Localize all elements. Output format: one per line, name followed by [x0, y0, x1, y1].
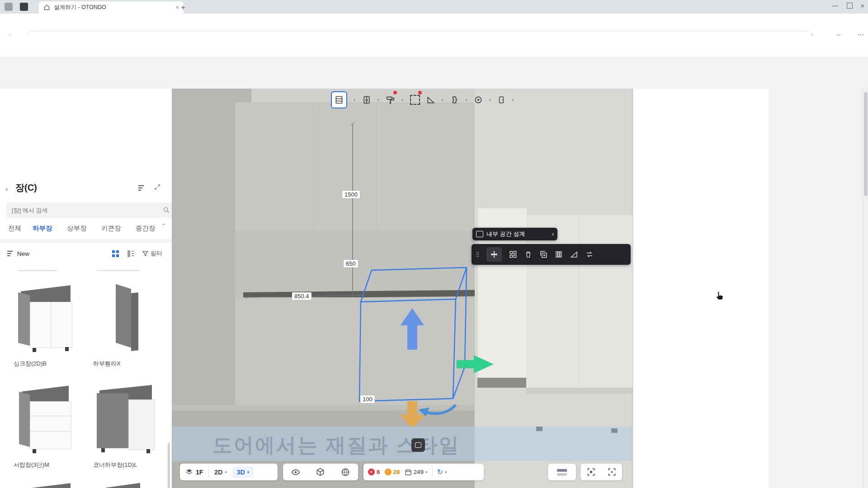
otondo-design-app: 설계하기 - OTONDO × + — × ↻ https://otondo.c… — [0, 0, 868, 488]
wardrobe-tool[interactable] — [362, 92, 371, 108]
addon-tool[interactable] — [450, 92, 459, 108]
inner-space-icon — [476, 231, 483, 237]
globe-icon[interactable] — [341, 468, 350, 477]
move-icon — [490, 250, 498, 258]
dim-toe: 100 — [360, 395, 375, 403]
tab-groups-icon[interactable] — [20, 3, 28, 11]
view-mode-group: 1F 2D▾ 3D▾ — [180, 464, 278, 480]
warning-icon: ! — [385, 469, 392, 475]
sort-settings-icon[interactable] — [138, 185, 146, 191]
target-tool[interactable] — [474, 92, 483, 108]
mode-2d-button[interactable]: 2D▾ — [209, 469, 232, 476]
app-header: OTONDO 프로젝트 관리 Design ID : 3FO3JPBRY3UK … — [0, 35, 868, 57]
tab-tall-cabinet[interactable]: 키큰장 — [101, 224, 121, 233]
chevron-right-icon: › — [552, 231, 554, 237]
collapse-panel-icon[interactable] — [154, 183, 161, 191]
main-toolband: 부엌 및 바스▾ ▾ 파일 저장 ↶ 실행 취소 ↷ 다시 실행 ▾ 삭제 ▾ … — [0, 57, 868, 89]
tab-all[interactable]: 전체 — [8, 224, 21, 233]
layers-icon — [185, 468, 193, 476]
catalog-item[interactable] — [13, 478, 81, 488]
tab-close-icon[interactable]: × — [175, 4, 179, 11]
catalog-item[interactable] — [13, 381, 81, 457]
fit-all-icon[interactable] — [608, 468, 616, 476]
catalog-item[interactable] — [13, 280, 81, 356]
scrollbar-thumb[interactable] — [864, 92, 868, 196]
move-tool-active[interactable] — [486, 247, 502, 262]
tab-favicon-icon — [43, 4, 50, 11]
wardrobe-tool-icon — [362, 95, 371, 104]
catalog-item-label: 서랍장(3단)M — [14, 461, 49, 469]
inner-space-design-button[interactable]: 내부 공간 설계 › — [472, 228, 557, 240]
tab-mid-cabinet[interactable]: 중간장 — [136, 224, 156, 233]
issues-group: ✕ 6 ! 28 249 ▾ ↻▾ — [363, 464, 484, 480]
filter-button[interactable]: 필터 — [142, 249, 162, 258]
angle-ruler-icon — [426, 95, 435, 104]
catalog-item-label: 싱크장(2D)B — [14, 360, 47, 368]
hint-media-icon[interactable] — [411, 438, 425, 452]
search-icon — [163, 206, 170, 214]
door-icon — [497, 95, 505, 104]
error-count[interactable]: ✕ 6 — [368, 469, 380, 475]
warning-count[interactable]: ! 28 — [385, 469, 400, 475]
dim-height: 1500 — [342, 191, 360, 198]
material-tool[interactable] — [386, 92, 395, 108]
browser-urlbar: ↻ https://otondo.co.kr/canvas ⋯ — [0, 14, 868, 36]
sort-new-button[interactable]: New — [7, 250, 29, 257]
body-style-panel: 몸통스타일 × ◂ 공용 라이브러리 기업 라이브러리 ▸ 메인 라이...▾ … — [633, 89, 769, 488]
catalog-item[interactable] — [92, 381, 161, 457]
tab-wall-cabinet[interactable]: 상부장 — [67, 224, 87, 233]
cube-view-icon[interactable] — [316, 468, 325, 476]
refresh-check-button[interactable]: ↻▾ — [437, 468, 447, 476]
cabinet-tool-active[interactable] — [331, 91, 347, 108]
hand-cursor — [713, 290, 725, 303]
browser-tabbar: 설계하기 - OTONDO × + — × — [0, 0, 868, 14]
panel-scrollbar[interactable] — [168, 443, 170, 488]
toggles-button[interactable] — [548, 464, 576, 480]
cabinet-tool-icon — [335, 95, 344, 104]
grid-view-icon[interactable] — [112, 250, 119, 257]
browser-tab[interactable]: 설계하기 - OTONDO × — [39, 1, 184, 14]
catalog-search-input[interactable] — [11, 206, 148, 214]
mode-3d-button[interactable]: 3D▾ — [232, 466, 254, 478]
catalog-item[interactable] — [92, 478, 161, 488]
page-scrollbar[interactable] — [863, 89, 868, 488]
list-view-icon[interactable] — [127, 250, 134, 257]
browser-app-icon[interactable] — [5, 3, 13, 11]
viewport-toolbar: ▾ ▾ ▾ ▾ ▾ ▾ ▾ — [331, 91, 514, 108]
marquee-tool[interactable] — [410, 92, 420, 108]
array-icon[interactable] — [509, 250, 517, 258]
drag-handle[interactable] — [476, 251, 479, 258]
columns-icon[interactable] — [555, 250, 563, 258]
swap-icon[interactable] — [585, 250, 594, 258]
catalog-title: 장(C) — [15, 182, 37, 194]
dashed-select-icon — [410, 95, 420, 105]
catalog-item[interactable] — [92, 280, 161, 356]
panel-back-icon[interactable]: ‹ — [5, 184, 8, 194]
measure-tool[interactable] — [426, 92, 435, 108]
floor-selector[interactable]: 1F — [180, 468, 208, 476]
tabs-collapse-icon[interactable]: ⌃ — [161, 222, 166, 230]
funnel-icon — [142, 250, 149, 257]
inspector-column: 보기 공간 ▾ 조리장(2D)B ◂ 속성 설정 스타일 교체 ⌄ 몸통 — [769, 89, 863, 488]
new-tab-button[interactable]: + — [181, 3, 185, 12]
dim-mid: 650 — [344, 260, 358, 267]
fit-selection-icon[interactable] — [587, 468, 595, 476]
object-toolbar — [472, 244, 631, 265]
toggles-icon — [557, 469, 567, 476]
catalog-panel: ‹ 장(C) 전체 하부장 상부장 키큰장 중간장 ⌃ New 필터 — [0, 89, 172, 488]
paint-roller-icon — [386, 95, 395, 105]
viewport-3d[interactable]: 1500 650 850.4 100 ▾ ▾ ▾ ▾ ▾ ▾ ▾ 내부 공간 설… — [172, 89, 633, 488]
window-minimize-button[interactable]: — — [832, 2, 838, 9]
window-maximize-button[interactable] — [847, 3, 853, 9]
trash-icon[interactable] — [524, 250, 532, 258]
visibility-eye-icon[interactable] — [291, 468, 300, 477]
puzzle-icon — [450, 95, 459, 104]
catalog-search[interactable] — [6, 202, 175, 218]
door-tool[interactable] — [497, 92, 505, 108]
item-count[interactable]: 249 ▾ — [405, 469, 428, 476]
duplicate-icon[interactable] — [539, 250, 547, 258]
window-close-button[interactable]: × — [860, 2, 864, 9]
level-icon[interactable] — [570, 250, 578, 258]
tab-base-cabinet[interactable]: 하부장 — [33, 224, 52, 233]
catalog-item-label: 코너하부장(1D)L — [93, 461, 137, 469]
